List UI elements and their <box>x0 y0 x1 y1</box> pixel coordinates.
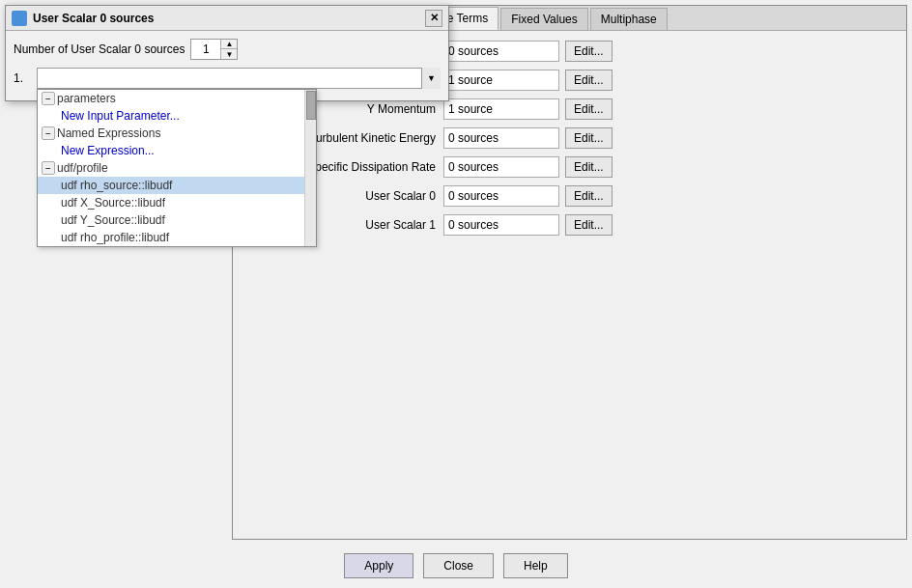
source-value-tke: 0 sources <box>443 127 559 149</box>
source-value-user-scalar-0: 0 sources <box>443 185 559 207</box>
dropdown-popup: − parameters New Input Parameter... − Na… <box>37 89 317 247</box>
source-value-x-momentum: 0 sources <box>443 41 559 62</box>
item-number-1: 1. <box>14 71 33 85</box>
tree-label-udf-profile: udf/profile <box>57 161 108 175</box>
spinner-control[interactable]: ▲ ▼ <box>190 39 238 60</box>
source-value-user-scalar-1: 0 sources <box>443 214 559 236</box>
tree-item-udf-x-source[interactable]: udf X_Source::libudf <box>38 194 316 211</box>
tree-group-named-expressions[interactable]: − Named Expressions <box>38 125 316 142</box>
dialog-content: Number of User Scalar 0 sources ▲ ▼ 1. ▼ <box>6 31 448 100</box>
dropdown-container: ▼ − parameters New Input Parameter... <box>37 68 441 89</box>
close-button[interactable]: Close <box>423 553 494 578</box>
tree-toggle-parameters[interactable]: − <box>42 92 55 105</box>
tree-label-parameters: parameters <box>57 92 116 105</box>
tree-item-udf-y-source[interactable]: udf Y_Source::libudf <box>38 211 316 229</box>
source-row-tke: Turbulent Kinetic Energy 0 sources Edit.… <box>242 127 897 149</box>
dropdown-scrollbar[interactable] <box>304 90 316 246</box>
tree-label-udf-x-source: udf X_Source::libudf <box>61 196 165 210</box>
tree-label-new-input: New Input Parameter... <box>61 109 180 123</box>
tree-label-udf-rho-source: udf rho_source::libudf <box>61 179 172 192</box>
tree-label-udf-rho-profile: udf rho_profile::libudf <box>61 231 169 244</box>
source-row-y-momentum-2: Y Momentum 1 source Edit... <box>242 98 897 120</box>
dialog-icon <box>12 11 27 26</box>
spinner-label: Number of User Scalar 0 sources <box>14 42 185 56</box>
tree-group-udf-profile[interactable]: − udf/profile <box>38 159 316 177</box>
tree-toggle-named-expressions[interactable]: − <box>42 126 55 140</box>
tree-label-udf-y-source: udf Y_Source::libudf <box>61 213 165 227</box>
dialog-window: User Scalar 0 sources ✕ Number of User S… <box>5 5 449 101</box>
spinner-row: Number of User Scalar 0 sources ▲ ▼ <box>14 39 441 60</box>
dropdown-scroll-area: − parameters New Input Parameter... − Na… <box>38 90 316 246</box>
edit-btn-y-momentum-2[interactable]: Edit... <box>565 98 613 120</box>
tree-toggle-udf-profile[interactable]: − <box>42 161 55 175</box>
source-value-sdr: 0 sources <box>443 156 559 178</box>
edit-btn-user-scalar-1[interactable]: Edit... <box>565 214 613 236</box>
spinner-down-button[interactable]: ▼ <box>221 49 237 59</box>
apply-button[interactable]: Apply <box>344 553 413 578</box>
tree-item-new-input-param[interactable]: New Input Parameter... <box>38 107 316 125</box>
edit-btn-sdr[interactable]: Edit... <box>565 156 613 178</box>
tab-fixed-values[interactable]: Fixed Values <box>500 8 587 30</box>
dialog-close-button[interactable]: ✕ <box>425 10 442 27</box>
dropdown-input[interactable] <box>37 68 441 89</box>
tree-group-parameters[interactable]: − parameters <box>38 90 316 107</box>
source-value-y-momentum-1: 1 source <box>443 70 559 91</box>
source-value-y-momentum-2: 1 source <box>443 98 559 120</box>
tree-item-new-expression[interactable]: New Expression... <box>38 142 316 159</box>
dialog-title: User Scalar 0 sources <box>33 12 425 25</box>
edit-btn-y-momentum-1[interactable]: Edit... <box>565 70 613 91</box>
item-row-1: 1. ▼ − parameters New Input Parameter <box>14 68 441 89</box>
tree-label-named-expressions: Named Expressions <box>57 126 160 140</box>
spinner-input[interactable] <box>191 41 220 58</box>
tree-item-udf-rho-profile[interactable]: udf rho_profile::libudf <box>38 229 316 246</box>
source-row-user-scalar-0: User Scalar 0 0 sources Edit... <box>242 185 897 207</box>
edit-btn-x-momentum[interactable]: Edit... <box>565 41 613 62</box>
spinner-up-button[interactable]: ▲ <box>221 40 237 49</box>
tree-label-new-expression: New Expression... <box>61 144 155 157</box>
edit-btn-tke[interactable]: Edit... <box>565 127 613 149</box>
source-row-sdr: Specific Dissipation Rate 0 sources Edit… <box>242 156 897 178</box>
source-row-user-scalar-1: User Scalar 1 0 sources Edit... <box>242 214 897 236</box>
tab-multiphase[interactable]: Multiphase <box>590 8 668 30</box>
help-button[interactable]: Help <box>503 553 568 578</box>
dialog-titlebar: User Scalar 0 sources ✕ <box>6 6 448 31</box>
scrollbar-thumb <box>306 91 316 120</box>
tree-item-udf-rho-source[interactable]: udf rho_source::libudf <box>38 177 316 194</box>
spinner-arrows: ▲ ▼ <box>220 40 237 59</box>
bottom-buttons: Apply Close Help <box>0 553 912 578</box>
edit-btn-user-scalar-0[interactable]: Edit... <box>565 185 613 207</box>
dropdown-arrow-button[interactable]: ▼ <box>421 68 441 89</box>
